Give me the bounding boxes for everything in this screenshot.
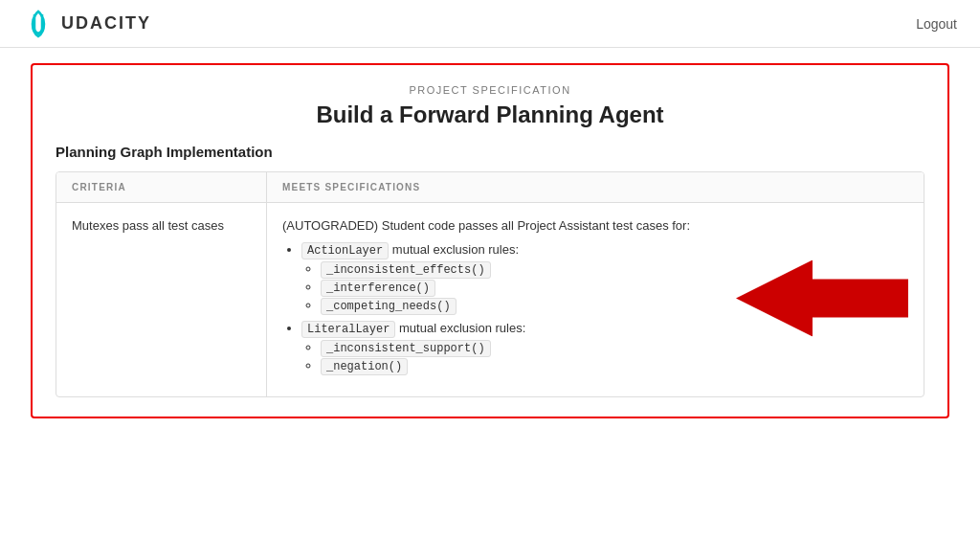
table-row: Mutexes pass all test cases (AUTOGRADED)… bbox=[56, 203, 924, 396]
literal-layer-list: LiteralLayer mutual exclusion rules: _in… bbox=[282, 321, 908, 373]
main-content: PROJECT SPECIFICATION Build a Forward Pl… bbox=[0, 48, 980, 434]
spec-cell: (AUTOGRADED) Student code passes all Pro… bbox=[267, 203, 924, 396]
project-label: PROJECT SPECIFICATION bbox=[56, 84, 924, 96]
action-layer-code: ActionLayer bbox=[301, 242, 389, 259]
literal-layer-suffix: mutual exclusion rules: bbox=[395, 321, 525, 335]
col-spec-header: MEETS SPECIFICATIONS bbox=[267, 172, 924, 202]
project-container: PROJECT SPECIFICATION Build a Forward Pl… bbox=[31, 63, 949, 418]
competing-needs-code: _competing_needs() bbox=[321, 298, 457, 315]
interference-code: _interference() bbox=[321, 280, 435, 297]
udacity-logo-icon bbox=[23, 9, 54, 39]
spec-intro-text: (AUTOGRADED) Student code passes all Pro… bbox=[282, 218, 908, 233]
header: UDACITY Logout bbox=[0, 0, 980, 48]
action-layer-sub-list: _inconsistent_effects() _interference() … bbox=[301, 261, 908, 313]
criteria-text: Mutexes pass all test cases bbox=[72, 218, 224, 233]
sub-item-inconsistent-support: _inconsistent_support() bbox=[321, 340, 908, 355]
action-layer-item: ActionLayer mutual exclusion rules: _inc… bbox=[301, 242, 908, 313]
criteria-cell: Mutexes pass all test cases bbox=[56, 203, 267, 396]
table-header: CRITERIA MEETS SPECIFICATIONS bbox=[56, 172, 924, 203]
spec-table: CRITERIA MEETS SPECIFICATIONS Mutexes pa… bbox=[56, 171, 924, 397]
logo-text: UDACITY bbox=[61, 13, 151, 34]
sub-item-competing-needs: _competing_needs() bbox=[321, 298, 908, 313]
sub-item-negation: _negation() bbox=[321, 358, 908, 373]
action-layer-label: ActionLayer mutual exclusion rules: bbox=[301, 242, 519, 257]
negation-code: _negation() bbox=[321, 358, 408, 375]
sub-item-interference: _interference() bbox=[321, 280, 908, 295]
literal-layer-sub-list: _inconsistent_support() _negation() bbox=[301, 340, 908, 373]
project-title: Build a Forward Planning Agent bbox=[56, 101, 924, 128]
col-criteria-header: CRITERIA bbox=[56, 172, 267, 202]
action-layer-list: ActionLayer mutual exclusion rules: _inc… bbox=[282, 242, 908, 313]
literal-layer-label: LiteralLayer mutual exclusion rules: bbox=[301, 321, 525, 335]
literal-layer-item: LiteralLayer mutual exclusion rules: _in… bbox=[301, 321, 908, 373]
action-layer-suffix: mutual exclusion rules: bbox=[389, 242, 519, 257]
inconsistent-effects-code: _inconsistent_effects() bbox=[321, 261, 491, 279]
logout-button[interactable]: Logout bbox=[916, 16, 957, 32]
literal-layer-code: LiteralLayer bbox=[301, 321, 395, 338]
sub-item-inconsistent-effects: _inconsistent_effects() bbox=[321, 261, 908, 277]
logo: UDACITY bbox=[23, 9, 151, 39]
section-title: Planning Graph Implementation bbox=[56, 144, 924, 160]
inconsistent-support-code: _inconsistent_support() bbox=[321, 340, 491, 357]
